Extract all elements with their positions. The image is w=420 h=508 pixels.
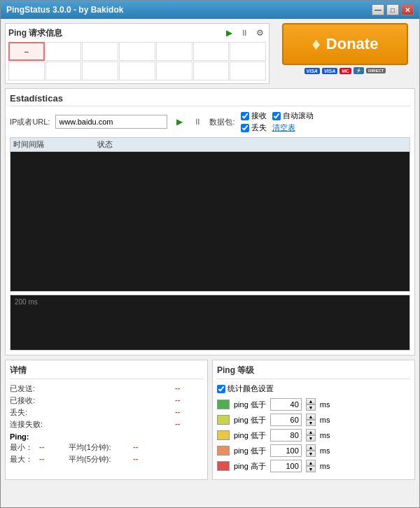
sent-label: 已发送: [10, 383, 59, 394]
avg1-label: 平均(1分钟): [69, 442, 132, 453]
ping-cell [230, 62, 266, 80]
spin-up-1[interactable]: ▲ [306, 414, 316, 420]
ping-level-row: ping 低于 ▲ ▼ ms [217, 429, 410, 442]
stats-pause-button[interactable]: ⏸ [191, 115, 204, 128]
stats-title: Estadísticas [10, 93, 410, 106]
mastercard-icon: MC [340, 68, 351, 74]
level-input-0[interactable] [270, 398, 302, 411]
stat-color-checkbox[interactable] [217, 385, 225, 393]
ping-level-row: ping 低于 ▲ ▼ ms [217, 398, 410, 411]
titlebar-buttons: — □ ✕ [372, 4, 414, 15]
spinner-2: ▲ ▼ [306, 429, 316, 442]
auto-group: 自动滚动 清空表 [272, 111, 314, 133]
col-status-header: 状态 [97, 139, 407, 150]
receive-checkbox[interactable] [241, 112, 249, 120]
spin-up-4[interactable]: ▲ [306, 460, 316, 466]
stats-table-header: 时间间隔 状态 [10, 137, 410, 152]
minimize-button[interactable]: — [372, 4, 384, 15]
spin-down-3[interactable]: ▼ [306, 451, 316, 457]
spin-up-2[interactable]: ▲ [306, 429, 316, 435]
direct-icon: DIRECT [366, 68, 386, 73]
ping-cell [193, 62, 230, 80]
spin-up-3[interactable]: ▲ [306, 444, 316, 451]
sent-value: -- [175, 383, 203, 394]
level-unit-2: ms [320, 431, 330, 439]
ping-cell-value: – [24, 48, 29, 55]
conn-fail-label: 连接失败: [10, 419, 59, 430]
amex-icon: ⚡ [354, 67, 364, 74]
ping-request-section: Ping 请求信息 ▶ ⏸ ⚙ – [5, 23, 270, 84]
receive-checkbox-row: 接收 [241, 111, 267, 121]
ping-cell [119, 62, 155, 80]
level-input-4[interactable] [270, 460, 302, 472]
avg1-value: -- [133, 442, 161, 453]
chart-label: 200 ms [15, 298, 38, 306]
level-input-1[interactable] [270, 414, 302, 426]
level-unit-3: ms [320, 446, 330, 455]
details-panel: 详情 已发送: -- 已接收: -- 丢失: -- 连接失败: -- Pin [5, 360, 208, 480]
spinner-3: ▲ ▼ [306, 444, 316, 457]
ping-level-row: ping 高于 ▲ ▼ ms [217, 460, 410, 472]
donate-icon: ♦ [312, 34, 321, 54]
spin-up-0[interactable]: ▲ [306, 398, 316, 404]
spin-down-1[interactable]: ▼ [306, 420, 316, 426]
level-input-2[interactable] [270, 429, 302, 442]
chart-area: 200 ms [10, 295, 410, 351]
visa-icon-2: VISA [322, 68, 337, 74]
stats-controls: IP或者URL: ▶ ⏸ 数据包: 接收 丢失 [10, 111, 410, 133]
lost-row: 丢失: -- [10, 407, 203, 418]
visa-icon-1: VISA [304, 68, 320, 74]
donate-button[interactable]: ♦ Donate [282, 23, 408, 65]
ping-settings-button[interactable]: ⚙ [253, 27, 266, 39]
ping-play-button[interactable]: ▶ [223, 27, 235, 39]
ping-cell [82, 42, 118, 61]
packets-label: 数据包: [209, 117, 234, 127]
level-color-box-1 [217, 415, 230, 425]
spin-down-4[interactable]: ▼ [306, 466, 316, 472]
level-color-box-3 [217, 446, 230, 456]
level-input-3[interactable] [270, 444, 302, 457]
min-value: -- [39, 442, 67, 453]
auto-scroll-checkbox[interactable] [272, 112, 281, 120]
ping-section-header: Ping 请求信息 ▶ ⏸ ⚙ [8, 27, 266, 39]
ping-cell-active: – [8, 42, 45, 61]
ping-max-row: 最大： -- 平均(5分钟): -- [10, 454, 203, 465]
donate-section: ♦ Donate VISA VISA MC ⚡ DIRECT [275, 23, 415, 84]
level-unit-1: ms [320, 416, 330, 424]
main-content: Ping 请求信息 ▶ ⏸ ⚙ – [1, 19, 419, 507]
lost-label: 丢失: [10, 407, 59, 418]
level-desc-4: ping 高于 [234, 461, 266, 472]
level-desc-3: ping 低于 [234, 446, 266, 456]
auto-scroll-label: 自动滚动 [283, 111, 314, 121]
avg5-label: 平均(5分钟): [69, 454, 132, 465]
ping-cell [82, 62, 118, 80]
spinner-0: ▲ ▼ [306, 398, 316, 411]
level-desc-2: ping 低于 [234, 430, 266, 441]
ping-cell [119, 42, 155, 61]
stats-play-button[interactable]: ▶ [173, 115, 186, 128]
ip-label: IP或者URL: [10, 117, 50, 127]
ping-cell [46, 42, 82, 61]
lose-checkbox[interactable] [241, 124, 249, 132]
ip-input[interactable] [55, 115, 167, 129]
ping-grid: – [8, 42, 266, 80]
spinner-4: ▲ ▼ [306, 460, 316, 472]
received-label: 已接收: [10, 395, 59, 406]
spin-down-0[interactable]: ▼ [306, 404, 316, 411]
close-button[interactable]: ✕ [401, 4, 414, 15]
ping-toolbar: ▶ ⏸ ⚙ [223, 27, 266, 39]
payment-icons: VISA VISA MC ⚡ DIRECT [304, 67, 386, 74]
lost-value: -- [175, 407, 203, 418]
main-window: PingStatus 3.0.0 - by Bakidok — □ ✕ Ping… [0, 0, 420, 508]
stat-color-row: 统计颜色设置 [217, 383, 410, 394]
ping-cell [8, 62, 45, 80]
ping-section-title: Ping 请求信息 [8, 27, 62, 39]
ping-cell [156, 42, 192, 61]
spin-down-2[interactable]: ▼ [306, 435, 316, 442]
level-desc-0: ping 低于 [234, 400, 266, 410]
ping-cell [156, 62, 192, 80]
ping-pause-button[interactable]: ⏸ [238, 27, 251, 39]
clear-link[interactable]: 清空表 [272, 122, 295, 133]
maximize-button[interactable]: □ [386, 4, 399, 15]
stat-color-label: 统计颜色设置 [227, 383, 274, 394]
